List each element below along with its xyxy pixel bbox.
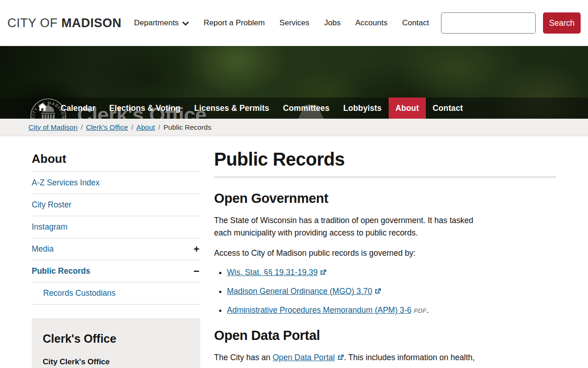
search-button[interactable]: Search: [543, 12, 581, 34]
main-content: Public Records Open Government The State…: [214, 136, 556, 368]
sidebar-item-media[interactable]: Media: [32, 244, 54, 254]
breadcrumb-clerks-office[interactable]: Clerk's Office: [86, 123, 128, 132]
breadcrumb-current: Public Records: [164, 123, 211, 132]
list-item: A-Z Services Index: [32, 172, 200, 194]
list-item: Media +: [32, 238, 200, 260]
search-input[interactable]: [441, 12, 536, 34]
external-link-icon: [337, 352, 344, 364]
wis-stat-link[interactable]: Wis. Stat. §§ 19.31-19.39: [227, 268, 317, 277]
nav-jobs[interactable]: Jobs: [324, 18, 341, 28]
title-divider: [214, 176, 556, 178]
list-item: Madison General Ordinance (MGO) 3.70: [227, 287, 521, 297]
external-link-icon: [374, 287, 381, 297]
mgo-link[interactable]: Madison General Ordinance (MGO) 3.70: [227, 287, 372, 296]
sidebar: About A-Z Services Index City Roster Ins…: [32, 136, 200, 368]
city-logo[interactable]: CITY OF MADISON: [7, 16, 122, 30]
contact-info-box: Clerk's Office City Clerk's Office: [32, 318, 200, 368]
site-search: Search: [441, 12, 581, 34]
dept-nav-about-active[interactable]: About: [389, 98, 426, 119]
sidebar-heading: About: [32, 152, 200, 166]
sidebar-item-instagram[interactable]: Instagram: [32, 222, 68, 232]
breadcrumb-city-of-madison[interactable]: City of Madison: [28, 123, 78, 132]
logo-name: MADISON: [62, 16, 122, 30]
logo-prefix: CITY OF: [7, 16, 58, 30]
hero-banner: CITY OF MADISON CLERK Clerk's Office: [0, 46, 588, 119]
list-item: City Roster: [32, 194, 200, 216]
page-title: Public Records: [214, 149, 556, 170]
expand-icon[interactable]: +: [192, 244, 200, 254]
list-item: Administrative Procedures Memorandum (AP…: [227, 305, 521, 315]
sidebar-item-public-records-active[interactable]: Public Records: [32, 266, 90, 276]
breadcrumb-separator: /: [81, 123, 83, 132]
open-data-paragraph: The City has an Open Data Portal. This i…: [214, 351, 490, 364]
nav-contact[interactable]: Contact: [402, 18, 429, 28]
list-item: Public Records −: [32, 260, 200, 282]
dept-nav-elections-voting[interactable]: Elections & Voting: [102, 98, 187, 119]
list-item: Wis. Stat. §§ 19.31-19.39: [227, 268, 521, 278]
nav-accounts[interactable]: Accounts: [355, 18, 387, 28]
home-icon: [38, 103, 47, 113]
site-header: CITY OF MADISON Departments Report a Pro…: [0, 0, 588, 46]
collapse-icon[interactable]: −: [192, 266, 200, 276]
breadcrumb-separator: /: [131, 123, 133, 132]
sidebar-item-az-services-index[interactable]: A-Z Services Index: [32, 178, 100, 188]
dept-nav-lobbyists[interactable]: Lobbyists: [336, 98, 389, 119]
chevron-down-icon: [182, 19, 189, 28]
department-nav: Calendar Elections & Voting Licenses & P…: [0, 98, 588, 119]
utility-nav: Departments Report a Problem Services Jo…: [134, 18, 429, 28]
dept-nav-calendar[interactable]: Calendar: [54, 98, 102, 119]
open-government-heading: Open Government: [214, 191, 556, 206]
sidebar-item-records-custodians[interactable]: Records Custodians: [32, 288, 116, 298]
home-link[interactable]: [31, 98, 54, 119]
governing-links-list: Wis. Stat. §§ 19.31-19.39 Madison Genera…: [227, 268, 521, 315]
dept-nav-contact[interactable]: Contact: [426, 98, 470, 119]
external-link-icon: [320, 268, 327, 278]
breadcrumb-separator: /: [158, 123, 160, 132]
sentence-period: .: [427, 305, 429, 315]
list-item: Instagram: [32, 216, 200, 238]
intro-paragraph: The State of Wisconsin has a tradition o…: [214, 214, 490, 239]
dept-nav-committees[interactable]: Committees: [276, 98, 336, 119]
pdf-badge: PDF: [414, 307, 427, 314]
info-box-office-name: City Clerk's Office: [43, 357, 189, 367]
nav-departments[interactable]: Departments: [134, 18, 189, 28]
nav-report-a-problem[interactable]: Report a Problem: [204, 18, 265, 28]
open-data-portal-heading: Open Data Portal: [214, 328, 556, 343]
nav-services[interactable]: Services: [279, 18, 309, 28]
dept-nav-licenses-permits[interactable]: Licenses & Permits: [187, 98, 276, 119]
breadcrumb: City of Madison / Clerk's Office / About…: [0, 119, 588, 136]
breadcrumb-about[interactable]: About: [136, 123, 155, 132]
list-item: Records Custodians: [32, 282, 200, 305]
apm-link[interactable]: Administrative Procedures Memorandum (AP…: [227, 305, 412, 315]
info-box-title: Clerk's Office: [43, 332, 189, 345]
open-data-portal-link[interactable]: Open Data Portal: [272, 353, 334, 362]
sidebar-item-city-roster[interactable]: City Roster: [32, 200, 72, 210]
governed-by-paragraph: Access to City of Madison public records…: [214, 247, 490, 259]
